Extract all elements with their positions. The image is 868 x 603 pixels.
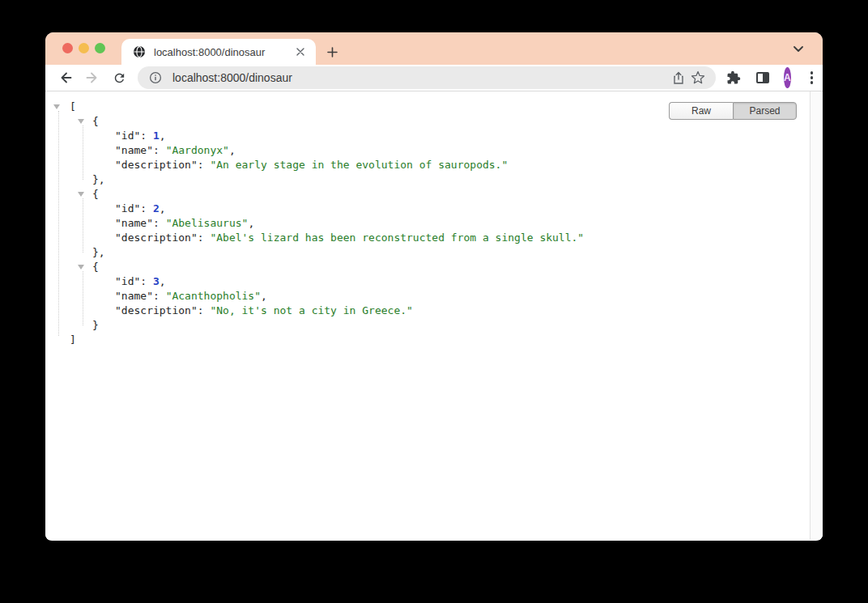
- json-line: {: [45, 114, 809, 129]
- tree-guide-line: [83, 271, 83, 325]
- json-line: {: [45, 187, 809, 202]
- new-tab-button[interactable]: [319, 39, 345, 65]
- collapse-arrow-icon[interactable]: [78, 192, 84, 197]
- json-line: "description": "No, it's not a city in G…: [45, 304, 809, 318]
- json-line: "description": "An early stage in the ev…: [45, 158, 809, 172]
- json-punctuation: {: [92, 115, 99, 127]
- json-value: "No, it's not a city in Greece.": [210, 304, 412, 316]
- json-value: 2: [153, 202, 160, 214]
- address-bar[interactable]: localhost:8000/dinosaur: [138, 66, 716, 89]
- collapse-arrow-icon[interactable]: [53, 104, 60, 109]
- tab-bar: localhost:8000/dinosaur: [45, 32, 823, 65]
- site-info-icon[interactable]: [146, 68, 165, 87]
- json-punctuation: :: [140, 275, 153, 287]
- tab-search-chevron-icon[interactable]: [787, 32, 810, 65]
- collapse-arrow-icon[interactable]: [78, 119, 84, 124]
- json-punctuation: ,: [160, 130, 166, 142]
- json-value: 1: [153, 130, 160, 142]
- desktop-background: localhost:8000/dinosaur: [0, 0, 868, 603]
- json-punctuation: :: [153, 290, 166, 302]
- json-punctuation: ,: [160, 275, 166, 287]
- json-punctuation: :: [140, 130, 153, 142]
- profile-avatar[interactable]: A: [784, 67, 791, 88]
- json-value: "Acanthopholis": [166, 290, 261, 302]
- json-punctuation: {: [92, 188, 99, 200]
- json-punctuation: ]: [70, 333, 76, 346]
- json-value: 3: [153, 275, 160, 287]
- json-punctuation: :: [198, 304, 211, 316]
- navigation-toolbar: localhost:8000/dinosaur: [45, 65, 823, 91]
- json-key: "name": [115, 217, 153, 229]
- json-line: ]: [45, 333, 809, 347]
- tree-guide-line: [83, 125, 83, 180]
- tree-guide-line: [83, 198, 83, 253]
- json-punctuation: },: [92, 246, 105, 258]
- json-tree: [{"id": 1,"name": "Aardonyx","descriptio…: [45, 100, 809, 347]
- share-icon[interactable]: [669, 68, 688, 87]
- reload-button[interactable]: [108, 67, 130, 88]
- tab-localhost-dinosaur[interactable]: localhost:8000/dinosaur: [121, 39, 316, 65]
- json-punctuation: :: [198, 231, 211, 244]
- extensions-puzzle-icon[interactable]: [722, 66, 745, 89]
- json-punctuation: :: [198, 159, 211, 171]
- tab-title: localhost:8000/dinosaur: [154, 46, 293, 58]
- tab-close-icon[interactable]: [293, 45, 308, 59]
- json-line: {: [45, 260, 809, 274]
- minimize-window-button[interactable]: [79, 43, 89, 53]
- forward-button[interactable]: [82, 67, 103, 88]
- bookmark-star-icon[interactable]: [688, 68, 708, 87]
- close-window-button[interactable]: [62, 43, 73, 53]
- side-panel-icon[interactable]: [751, 66, 774, 89]
- json-line: "name": "Aardonyx",: [45, 143, 809, 158]
- json-key: "name": [115, 144, 153, 156]
- json-key: "description": [115, 159, 198, 171]
- json-line: "id": 1,: [45, 129, 809, 143]
- json-value: "An early stage in the evolution of saur…: [210, 159, 508, 171]
- json-key: "name": [115, 290, 153, 302]
- json-punctuation: :: [153, 144, 166, 156]
- json-key: "description": [115, 304, 198, 316]
- json-line: "id": 3,: [45, 274, 809, 289]
- tree-guide-line: [58, 111, 59, 336]
- json-punctuation: :: [140, 202, 153, 214]
- json-key: "id": [115, 275, 140, 287]
- avatar-letter: A: [784, 72, 791, 83]
- json-value: "Abel's lizard has been reconstructed fr…: [210, 231, 584, 244]
- json-punctuation: ,: [261, 290, 267, 302]
- json-line: [: [45, 100, 809, 114]
- fullscreen-window-button[interactable]: [95, 43, 105, 53]
- browser-window: localhost:8000/dinosaur: [45, 32, 823, 541]
- json-key: "id": [115, 202, 140, 214]
- json-value: "Aardonyx": [166, 144, 229, 156]
- json-punctuation: ,: [229, 144, 236, 156]
- json-value: "Abelisaurus": [166, 217, 249, 229]
- json-key: "description": [115, 231, 198, 244]
- url-text: localhost:8000/dinosaur: [172, 71, 669, 84]
- json-punctuation: [: [70, 100, 76, 113]
- json-punctuation: },: [92, 173, 105, 185]
- collapse-arrow-icon[interactable]: [78, 265, 84, 270]
- menu-kebab-icon[interactable]: [801, 66, 823, 89]
- json-line: "name": "Acanthopholis",: [45, 289, 809, 304]
- json-line: "id": 2,: [45, 202, 809, 216]
- json-viewer-content: Raw Parsed [{"id": 1,"name": "Aardonyx",…: [45, 91, 823, 540]
- json-line: },: [45, 172, 809, 187]
- json-line: }: [45, 318, 809, 333]
- window-controls: [62, 43, 105, 53]
- json-punctuation: {: [92, 261, 99, 273]
- json-line: "description": "Abel's lizard has been r…: [45, 231, 809, 245]
- scrollbar-track[interactable]: [810, 91, 823, 540]
- json-punctuation: :: [153, 217, 166, 229]
- json-key: "id": [115, 130, 140, 142]
- json-line: "name": "Abelisaurus",: [45, 216, 809, 231]
- json-punctuation: ,: [248, 217, 254, 229]
- json-punctuation: ,: [160, 202, 166, 214]
- json-line: },: [45, 245, 809, 260]
- globe-favicon-icon: [133, 45, 146, 58]
- json-punctuation: }: [92, 319, 99, 331]
- back-button[interactable]: [55, 67, 76, 88]
